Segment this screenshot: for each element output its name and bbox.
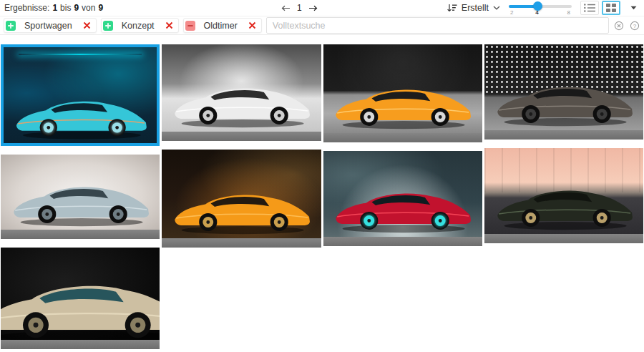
wheel-icon [199, 213, 217, 231]
tile-caption-strip [323, 133, 482, 142]
sort-descending-icon [447, 4, 457, 13]
wheel-icon [431, 212, 449, 230]
tile-caption-strip [484, 234, 643, 243]
asset-thumbnail[interactable] [162, 150, 321, 238]
wheel-icon [522, 209, 540, 227]
filter-chip-sportwagen: Sportwagen [4, 18, 97, 33]
fulltext-search-input[interactable] [266, 17, 609, 34]
wheel-icon [270, 107, 288, 124]
asset-thumbnail[interactable] [1, 155, 160, 230]
list-view-icon [583, 3, 596, 13]
asset-tile[interactable] [1, 248, 160, 349]
plus-icon [7, 22, 14, 29]
chevron-down-icon [493, 6, 500, 10]
x-icon [83, 21, 91, 29]
asset-thumbnail[interactable] [323, 44, 482, 133]
asset-thumbnail[interactable] [1, 248, 160, 340]
tile-caption-strip [1, 340, 160, 349]
circle-x-icon [614, 21, 624, 31]
asset-thumbnail[interactable] [323, 151, 482, 237]
remove-filter-button[interactable] [83, 21, 96, 29]
remove-filter-button[interactable] [248, 21, 261, 29]
grid-column-1 [1, 44, 160, 349]
minus-icon [187, 22, 194, 29]
sort-field-label: Erstellt [462, 3, 489, 13]
view-toggle-group [580, 1, 620, 15]
sort-control[interactable]: Erstellt [447, 3, 500, 13]
asset-tile[interactable] [162, 44, 321, 141]
chip-label: Konzept [113, 21, 165, 31]
next-page-button[interactable] [308, 5, 318, 11]
wheel-icon [431, 108, 449, 126]
wheel-icon [199, 107, 217, 124]
asset-tile[interactable] [484, 44, 643, 140]
results-total: 9 [98, 3, 103, 13]
car-illustration [491, 72, 637, 127]
tile-caption-strip [323, 237, 482, 246]
svg-text:?: ? [633, 23, 637, 29]
wheel-icon [361, 212, 379, 230]
plus-icon [104, 22, 112, 29]
wheel-icon [108, 119, 125, 136]
help-button[interactable]: ? [629, 21, 640, 31]
x-icon [248, 21, 256, 29]
wheel-icon [361, 108, 379, 126]
grid-column-2 [162, 44, 321, 248]
filter-bar: Sportwagen Konzept [0, 16, 644, 35]
asset-tile[interactable] [323, 151, 482, 246]
asset-thumbnail[interactable] [162, 44, 321, 132]
filter-chip-konzept: Konzept [101, 18, 179, 33]
car-illustration [329, 74, 475, 130]
thumbnail-size-slider[interactable]: 2 4 8 [509, 1, 572, 16]
slider-track[interactable] [509, 5, 572, 8]
car-illustration [491, 175, 637, 231]
car-illustration [168, 180, 314, 235]
asset-tile[interactable] [484, 148, 643, 243]
asset-tile[interactable] [1, 44, 160, 146]
results-label: Ergebnisse: [4, 3, 49, 13]
results-to: 9 [74, 3, 79, 13]
tile-caption-strip [162, 238, 321, 248]
asset-thumbnail[interactable] [484, 44, 643, 130]
chip-label: Oldtimer [195, 21, 248, 31]
asset-manager-window: Ergebnisse: 1 bis 9 von 9 1 [0, 0, 644, 352]
include-toggle-icon[interactable] [103, 21, 113, 31]
car-illustration [1, 264, 160, 340]
results-grid [0, 35, 644, 349]
grid-column-4 [484, 44, 643, 243]
include-toggle-icon[interactable] [6, 21, 16, 31]
wheel-icon [270, 213, 288, 231]
wheel-icon [39, 119, 57, 136]
results-count: Ergebnisse: 1 bis 9 von 9 [4, 3, 103, 13]
results-from: 1 [52, 3, 57, 13]
caret-down-icon [630, 6, 637, 10]
view-options-caret[interactable] [629, 6, 638, 10]
asset-thumbnail[interactable] [1, 44, 160, 146]
asset-tile[interactable] [323, 44, 482, 142]
remove-filter-button[interactable] [165, 21, 178, 29]
wheel-icon [592, 209, 610, 227]
list-view-button[interactable] [580, 1, 599, 15]
wheel-icon [38, 205, 56, 223]
header-controls: Erstellt 2 4 8 [447, 0, 640, 16]
tile-caption-strip [1, 230, 160, 239]
asset-tile[interactable] [162, 150, 321, 248]
asset-thumbnail[interactable] [484, 148, 643, 234]
clear-search-button[interactable] [613, 21, 625, 31]
car-illustration [7, 172, 153, 228]
arrow-left-icon [281, 5, 291, 11]
current-page: 1 [297, 3, 302, 13]
exclude-toggle-icon[interactable] [185, 21, 195, 31]
grid-view-icon [605, 3, 617, 13]
pagination: 1 [281, 0, 318, 16]
wheel-icon [522, 105, 540, 123]
prev-page-button[interactable] [281, 5, 291, 11]
wheel-icon [23, 313, 49, 338]
filter-chip-oldtimer: Oldtimer [183, 18, 262, 33]
asset-tile[interactable] [1, 155, 160, 239]
grid-view-button[interactable] [602, 1, 620, 15]
car-illustration [329, 178, 475, 234]
chip-label: Sportwagen [16, 21, 83, 31]
grid-column-3 [323, 44, 482, 246]
tile-caption-strip [484, 130, 643, 140]
